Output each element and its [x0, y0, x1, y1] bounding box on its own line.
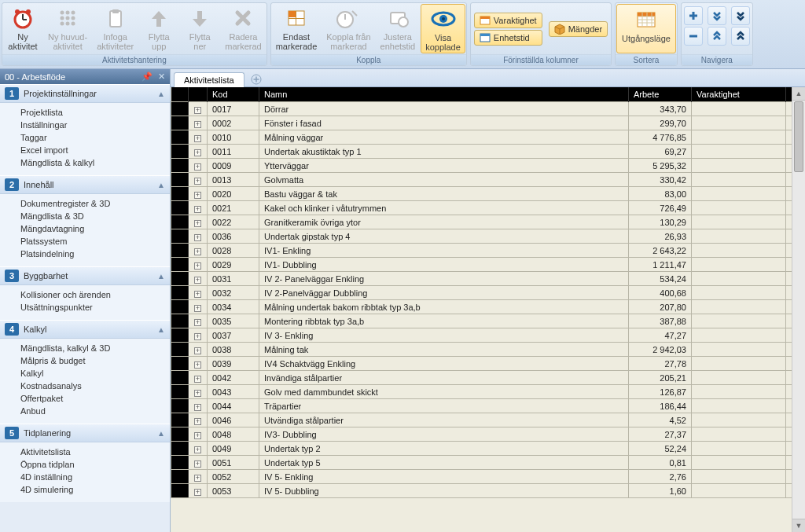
table-row[interactable]: + 0031 IV 2- Panelväggar Enkling 534,24	[171, 272, 805, 286]
sidebar-item[interactable]: Projektlista	[0, 106, 170, 119]
table-row[interactable]: + 0048 IV3- Dubbling 27,37	[171, 427, 805, 442]
table-row[interactable]: + 0036 Undertak gipstak typ 4 26,93	[171, 229, 805, 244]
row-expand[interactable]: +	[189, 456, 208, 470]
table-row[interactable]: + 0051 Undertak typ 5 0,81	[171, 456, 805, 470]
row-expand[interactable]: +	[189, 286, 208, 300]
col-varaktighet[interactable]: Varaktighet	[692, 87, 786, 102]
accordion-header-3[interactable]: 3Byggbarhet▲	[0, 266, 170, 285]
ribbon-btn-eye[interactable]: Visa kopplade	[421, 4, 465, 53]
sidebar-item[interactable]: Dokumentregister & 3D	[0, 197, 170, 210]
accordion-header-4[interactable]: 4Kalkyl▲	[0, 320, 170, 339]
sidebar-item[interactable]: Utsättningspunkter	[0, 301, 170, 314]
row-expand[interactable]: +	[189, 130, 208, 145]
nav-minus-blue[interactable]	[684, 27, 703, 46]
row-expand[interactable]: +	[189, 258, 208, 272]
row-expand[interactable]: +	[189, 244, 208, 258]
table-row[interactable]: + 0053 IV 5- Dubbling 1,60	[171, 484, 805, 498]
activity-grid[interactable]: Kod Namn Arbete Varaktighet + 0017 Dörra…	[171, 87, 805, 498]
table-row[interactable]: + 0052 IV 5- Enkling 2,76	[171, 470, 805, 484]
table-row[interactable]: + 0038 Målning tak 2 942,03	[171, 343, 805, 357]
sidebar-item[interactable]: Mängdlista & 3D	[0, 210, 170, 222]
row-expand[interactable]: +	[189, 116, 208, 130]
sidebar-item[interactable]: Kollisioner och ärenden	[0, 288, 170, 301]
ribbon-smallbtn-duration-orange[interactable]: Varaktighet	[474, 13, 542, 28]
row-expand[interactable]: +	[189, 272, 208, 286]
sidebar-item[interactable]: Kalkyl	[0, 367, 170, 380]
pin-icon[interactable]: 📌	[142, 72, 153, 81]
row-expand[interactable]: +	[189, 102, 208, 116]
table-row[interactable]: + 0020 Bastu väggar & tak 83,00	[171, 187, 805, 201]
table-row[interactable]: + 0046 Utvändiga stålpartier 4,52	[171, 413, 805, 427]
table-row[interactable]: + 0002 Fönster i fasad 299,70	[171, 116, 805, 130]
table-row[interactable]: + 0034 Målning undertak bakom ribbtak ty…	[171, 300, 805, 314]
accordion-header-2[interactable]: 2Innehåll▲	[0, 175, 170, 194]
row-expand[interactable]: +	[189, 343, 208, 357]
sidebar-item[interactable]: Målpris & budget	[0, 354, 170, 367]
row-expand[interactable]: +	[189, 201, 208, 215]
close-icon[interactable]: ✕	[158, 72, 165, 81]
ribbon-smallbtn-box-orange[interactable]: Mängder	[549, 21, 608, 37]
tab-add-button[interactable]	[249, 72, 263, 86]
sidebar-item[interactable]: Platssystem	[0, 235, 170, 248]
table-row[interactable]: + 0011 Undertak akustiktak typ 1 69,27	[171, 145, 805, 159]
row-expand[interactable]: +	[189, 484, 208, 498]
ribbon-btn-grid-orange[interactable]: Utgångsläge	[616, 4, 676, 53]
sidebar-item[interactable]: Kostnadsanalys	[0, 380, 170, 392]
row-expand[interactable]: +	[189, 442, 208, 456]
sidebar-item[interactable]: Mängdlista, kalkyl & 3D	[0, 342, 170, 354]
table-row[interactable]: + 0037 IV 3- Enkling 47,27	[171, 328, 805, 343]
vertical-scrollbar[interactable]: ▲ ▼	[792, 87, 805, 532]
nav-chev-uu-dark[interactable]	[731, 27, 750, 46]
row-expand[interactable]: +	[189, 357, 208, 371]
table-row[interactable]: + 0017 Dörrar 343,70	[171, 102, 805, 116]
ribbon-btn-select-subset[interactable]: Endast markerade	[271, 3, 322, 54]
row-expand[interactable]: +	[189, 399, 208, 413]
sidebar-item[interactable]: Anbud	[0, 405, 170, 417]
tab-activity-list[interactable]: Aktivitetslista	[174, 72, 244, 87]
ribbon-btn-clock-red[interactable]: Ny aktivitet	[2, 3, 43, 54]
sidebar-item[interactable]: 4D simulering	[0, 483, 170, 496]
row-expand[interactable]: +	[189, 413, 208, 427]
col-arbete[interactable]: Arbete	[629, 87, 692, 102]
row-expand[interactable]: +	[189, 159, 208, 173]
col-namn[interactable]: Namn	[259, 87, 629, 102]
table-row[interactable]: + 0028 IV1- Enkling 2 643,22	[171, 244, 805, 258]
row-expand[interactable]: +	[189, 300, 208, 314]
row-expand[interactable]: +	[189, 371, 208, 385]
sidebar-item[interactable]: Inställningar	[0, 119, 170, 131]
sidebar-item[interactable]: Aktivitetslista	[0, 446, 170, 458]
sidebar-item[interactable]: Mängdlista & kalkyl	[0, 156, 170, 169]
sidebar-item[interactable]: Taggar	[0, 131, 170, 144]
table-row[interactable]: + 0013 Golvmatta 330,42	[171, 173, 805, 187]
table-row[interactable]: + 0043 Golv med dammbundet skickt 126,87	[171, 385, 805, 399]
row-expand[interactable]: +	[189, 173, 208, 187]
table-row[interactable]: + 0009 Ytterväggar 5 295,32	[171, 159, 805, 173]
nav-plus-blue[interactable]	[684, 6, 703, 25]
sidebar-item[interactable]: Öppna tidplan	[0, 458, 170, 471]
row-expand[interactable]: +	[189, 470, 208, 484]
table-row[interactable]: + 0032 IV 2-Panelväggar Dubbling 400,68	[171, 286, 805, 300]
nav-chev-dd-blue[interactable]	[708, 6, 726, 25]
table-row[interactable]: + 0029 IV1- Dubbling 1 211,47	[171, 258, 805, 272]
sidebar-item[interactable]: Mängdavtagning	[0, 222, 170, 235]
sidebar-item[interactable]: 4D inställning	[0, 471, 170, 483]
scroll-thumb[interactable]	[794, 101, 803, 172]
col-kod[interactable]: Kod	[208, 87, 259, 102]
sidebar-item[interactable]: Platsindelning	[0, 248, 170, 260]
table-row[interactable]: + 0022 Granitkeramik övriga ytor 130,29	[171, 215, 805, 229]
accordion-header-1[interactable]: 1Projektinställningar▲	[0, 84, 170, 103]
row-expand[interactable]: +	[189, 215, 208, 229]
scroll-up-button[interactable]: ▲	[792, 87, 805, 101]
nav-chev-dd-dark[interactable]	[731, 6, 750, 25]
row-expand[interactable]: +	[189, 187, 208, 201]
sidebar-item[interactable]: Offertpaket	[0, 392, 170, 405]
table-row[interactable]: + 0044 Träpartier 186,44	[171, 399, 805, 413]
row-expand[interactable]: +	[189, 145, 208, 159]
table-row[interactable]: + 0010 Målning väggar 4 776,85	[171, 130, 805, 145]
accordion-header-5[interactable]: 5Tidplanering▲	[0, 424, 170, 442]
table-row[interactable]: + 0035 Montering ribbtak typ 3a,b 387,88	[171, 314, 805, 328]
row-expand[interactable]: +	[189, 328, 208, 343]
nav-chev-uu-blue[interactable]	[708, 27, 726, 46]
table-row[interactable]: + 0021 Kakel och klinker i våtutrymmen 7…	[171, 201, 805, 215]
sidebar-item[interactable]: Excel import	[0, 144, 170, 156]
